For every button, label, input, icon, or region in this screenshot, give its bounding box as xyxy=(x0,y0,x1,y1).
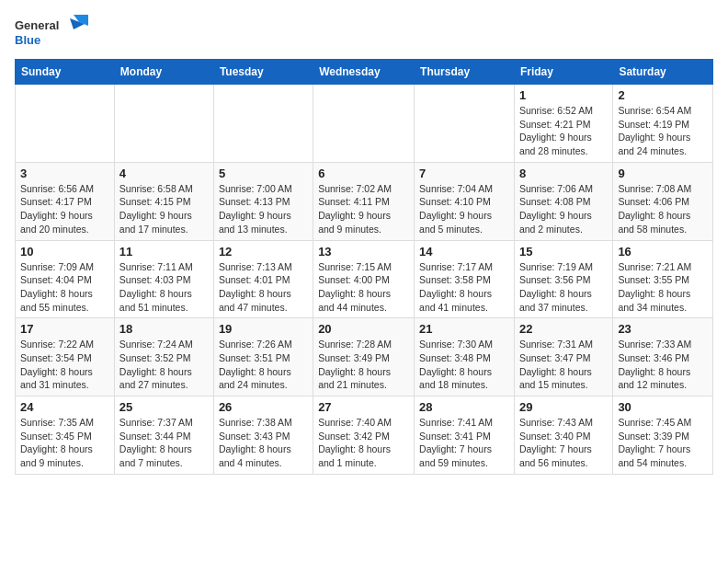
calendar-cell: 22Sunrise: 7:31 AM Sunset: 3:47 PM Dayli… xyxy=(514,318,612,396)
calendar-table: SundayMondayTuesdayWednesdayThursdayFrid… xyxy=(15,59,713,475)
weekday-header-monday: Monday xyxy=(114,60,213,85)
calendar-cell: 23Sunrise: 7:33 AM Sunset: 3:46 PM Dayli… xyxy=(613,318,713,396)
calendar-cell: 15Sunrise: 7:19 AM Sunset: 3:56 PM Dayli… xyxy=(514,240,612,318)
day-number: 17 xyxy=(20,322,109,336)
day-info: Sunrise: 7:41 AM Sunset: 3:41 PM Dayligh… xyxy=(419,416,509,470)
day-info: Sunrise: 7:37 AM Sunset: 3:44 PM Dayligh… xyxy=(119,416,209,470)
calendar-cell: 4Sunrise: 6:58 AM Sunset: 4:15 PM Daylig… xyxy=(114,162,213,240)
calendar-cell: 9Sunrise: 7:08 AM Sunset: 4:06 PM Daylig… xyxy=(613,162,713,240)
day-info: Sunrise: 7:33 AM Sunset: 3:46 PM Dayligh… xyxy=(618,338,708,392)
logo: General Blue xyxy=(15,15,88,52)
day-number: 8 xyxy=(519,167,608,180)
day-number: 22 xyxy=(519,322,608,336)
day-number: 14 xyxy=(419,245,509,259)
day-number: 26 xyxy=(219,400,308,414)
svg-text:Blue: Blue xyxy=(15,33,40,47)
calendar-cell: 2Sunrise: 6:54 AM Sunset: 4:19 PM Daylig… xyxy=(613,85,713,163)
day-number: 19 xyxy=(219,322,308,336)
day-number: 5 xyxy=(219,167,308,180)
weekday-header-tuesday: Tuesday xyxy=(213,60,313,85)
calendar-cell: 21Sunrise: 7:30 AM Sunset: 3:48 PM Dayli… xyxy=(415,318,515,396)
day-number: 3 xyxy=(20,167,109,180)
day-number: 27 xyxy=(318,400,409,414)
day-info: Sunrise: 7:19 AM Sunset: 3:56 PM Dayligh… xyxy=(519,260,608,315)
day-number: 20 xyxy=(318,322,409,336)
calendar-cell: 20Sunrise: 7:28 AM Sunset: 3:49 PM Dayli… xyxy=(313,318,415,396)
day-info: Sunrise: 7:30 AM Sunset: 3:48 PM Dayligh… xyxy=(419,338,509,392)
calendar-cell: 1Sunrise: 6:52 AM Sunset: 4:21 PM Daylig… xyxy=(514,85,612,163)
day-info: Sunrise: 7:45 AM Sunset: 3:39 PM Dayligh… xyxy=(618,416,708,470)
day-info: Sunrise: 7:22 AM Sunset: 3:54 PM Dayligh… xyxy=(20,338,109,392)
day-info: Sunrise: 6:52 AM Sunset: 4:21 PM Dayligh… xyxy=(519,104,608,158)
calendar-cell: 24Sunrise: 7:35 AM Sunset: 3:45 PM Dayli… xyxy=(16,396,115,475)
day-number: 15 xyxy=(519,245,608,259)
weekday-header-sunday: Sunday xyxy=(16,60,115,85)
calendar-week-row: 17Sunrise: 7:22 AM Sunset: 3:54 PM Dayli… xyxy=(16,318,713,396)
calendar-cell xyxy=(313,85,415,163)
day-info: Sunrise: 7:24 AM Sunset: 3:52 PM Dayligh… xyxy=(119,338,209,392)
day-info: Sunrise: 7:17 AM Sunset: 3:58 PM Dayligh… xyxy=(419,260,509,315)
calendar-cell: 16Sunrise: 7:21 AM Sunset: 3:55 PM Dayli… xyxy=(613,240,713,318)
calendar-cell: 28Sunrise: 7:41 AM Sunset: 3:41 PM Dayli… xyxy=(415,396,515,475)
day-number: 11 xyxy=(119,245,209,259)
day-info: Sunrise: 7:09 AM Sunset: 4:04 PM Dayligh… xyxy=(20,260,109,315)
calendar-cell: 18Sunrise: 7:24 AM Sunset: 3:52 PM Dayli… xyxy=(114,318,213,396)
calendar-cell: 3Sunrise: 6:56 AM Sunset: 4:17 PM Daylig… xyxy=(16,162,115,240)
day-info: Sunrise: 7:35 AM Sunset: 3:45 PM Dayligh… xyxy=(20,416,109,470)
day-info: Sunrise: 7:26 AM Sunset: 3:51 PM Dayligh… xyxy=(219,338,308,392)
day-number: 28 xyxy=(419,400,509,414)
day-number: 7 xyxy=(419,167,509,180)
calendar-cell: 13Sunrise: 7:15 AM Sunset: 4:00 PM Dayli… xyxy=(313,240,415,318)
weekday-header-saturday: Saturday xyxy=(613,60,713,85)
calendar-cell: 14Sunrise: 7:17 AM Sunset: 3:58 PM Dayli… xyxy=(415,240,515,318)
day-info: Sunrise: 7:21 AM Sunset: 3:55 PM Dayligh… xyxy=(618,260,708,315)
day-number: 21 xyxy=(419,322,509,336)
calendar-cell: 26Sunrise: 7:38 AM Sunset: 3:43 PM Dayli… xyxy=(213,396,313,475)
calendar-cell: 8Sunrise: 7:06 AM Sunset: 4:08 PM Daylig… xyxy=(514,162,612,240)
logo-svg: General Blue xyxy=(15,15,88,52)
calendar-week-row: 24Sunrise: 7:35 AM Sunset: 3:45 PM Dayli… xyxy=(16,396,713,475)
day-info: Sunrise: 7:11 AM Sunset: 4:03 PM Dayligh… xyxy=(119,260,209,315)
day-number: 10 xyxy=(20,245,109,259)
calendar-cell: 19Sunrise: 7:26 AM Sunset: 3:51 PM Dayli… xyxy=(213,318,313,396)
day-info: Sunrise: 7:04 AM Sunset: 4:10 PM Dayligh… xyxy=(419,182,509,236)
svg-text:General: General xyxy=(15,18,59,32)
day-number: 30 xyxy=(618,400,708,414)
day-number: 24 xyxy=(20,400,109,414)
day-info: Sunrise: 7:02 AM Sunset: 4:11 PM Dayligh… xyxy=(318,182,409,236)
day-number: 1 xyxy=(519,88,608,102)
calendar-header-row: SundayMondayTuesdayWednesdayThursdayFrid… xyxy=(16,60,713,85)
calendar-cell: 5Sunrise: 7:00 AM Sunset: 4:13 PM Daylig… xyxy=(213,162,313,240)
day-info: Sunrise: 7:38 AM Sunset: 3:43 PM Dayligh… xyxy=(219,416,308,470)
day-number: 13 xyxy=(318,245,409,259)
calendar-week-row: 3Sunrise: 6:56 AM Sunset: 4:17 PM Daylig… xyxy=(16,162,713,240)
day-number: 29 xyxy=(519,400,608,414)
day-number: 16 xyxy=(618,245,708,259)
day-info: Sunrise: 7:00 AM Sunset: 4:13 PM Dayligh… xyxy=(219,182,308,236)
calendar-cell: 10Sunrise: 7:09 AM Sunset: 4:04 PM Dayli… xyxy=(16,240,115,318)
day-number: 6 xyxy=(318,167,409,180)
calendar-cell xyxy=(114,85,213,163)
day-number: 25 xyxy=(119,400,209,414)
calendar-cell: 27Sunrise: 7:40 AM Sunset: 3:42 PM Dayli… xyxy=(313,396,415,475)
calendar-cell: 25Sunrise: 7:37 AM Sunset: 3:44 PM Dayli… xyxy=(114,396,213,475)
day-info: Sunrise: 7:28 AM Sunset: 3:49 PM Dayligh… xyxy=(318,338,409,392)
calendar-cell xyxy=(213,85,313,163)
day-info: Sunrise: 7:40 AM Sunset: 3:42 PM Dayligh… xyxy=(318,416,409,470)
calendar-week-row: 1Sunrise: 6:52 AM Sunset: 4:21 PM Daylig… xyxy=(16,85,713,163)
day-info: Sunrise: 7:15 AM Sunset: 4:00 PM Dayligh… xyxy=(318,260,409,315)
day-info: Sunrise: 6:56 AM Sunset: 4:17 PM Dayligh… xyxy=(20,182,109,236)
weekday-header-thursday: Thursday xyxy=(415,60,515,85)
calendar-cell: 7Sunrise: 7:04 AM Sunset: 4:10 PM Daylig… xyxy=(415,162,515,240)
calendar-cell xyxy=(415,85,515,163)
calendar-cell: 6Sunrise: 7:02 AM Sunset: 4:11 PM Daylig… xyxy=(313,162,415,240)
day-number: 18 xyxy=(119,322,209,336)
day-info: Sunrise: 7:13 AM Sunset: 4:01 PM Dayligh… xyxy=(219,260,308,315)
day-info: Sunrise: 7:06 AM Sunset: 4:08 PM Dayligh… xyxy=(519,182,608,236)
calendar-cell: 11Sunrise: 7:11 AM Sunset: 4:03 PM Dayli… xyxy=(114,240,213,318)
day-info: Sunrise: 7:31 AM Sunset: 3:47 PM Dayligh… xyxy=(519,338,608,392)
day-info: Sunrise: 6:54 AM Sunset: 4:19 PM Dayligh… xyxy=(618,104,708,158)
weekday-header-friday: Friday xyxy=(514,60,612,85)
day-number: 9 xyxy=(618,167,708,180)
calendar-cell: 30Sunrise: 7:45 AM Sunset: 3:39 PM Dayli… xyxy=(613,396,713,475)
